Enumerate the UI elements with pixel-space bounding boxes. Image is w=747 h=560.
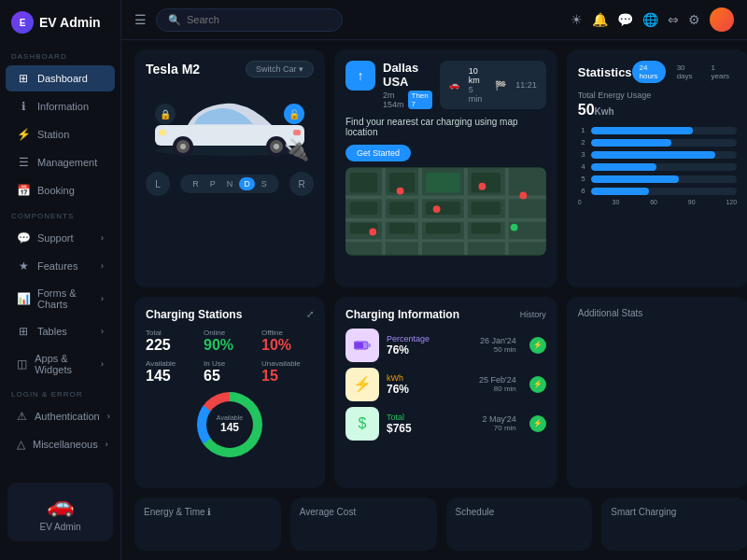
lock-icon[interactable]: 🔒 (155, 104, 176, 124)
car-title: Tesla M2 (146, 62, 200, 77)
sidebar-item-authentication[interactable]: ⚠ Authentication › (6, 403, 115, 429)
globe-icon[interactable]: 🌐 (642, 12, 658, 27)
charge-right-2: 2 May'24 70 min (483, 414, 516, 432)
energy-value: 50Kwh (578, 102, 737, 119)
x-axis: 0306090120 (578, 199, 737, 205)
charge-right-0: 26 Jan'24 50 min (480, 336, 516, 354)
unlock-icon[interactable]: 🔓 (284, 104, 304, 124)
charge-right-1: 25 Feb'24 80 min (479, 375, 516, 393)
bottom-cards: Energy & Time ℹ Average Cost Schedule Sm… (134, 497, 747, 551)
chat-icon[interactable]: 💬 (617, 12, 633, 27)
nav-arrow-icon: ↑ (345, 61, 375, 91)
sidebar-item-miscellaneous[interactable]: △ Miscellaneous › (6, 431, 115, 457)
svg-rect-28 (426, 223, 460, 234)
sidebar-item-forms-charts[interactable]: 📊 Forms & Charts › (6, 281, 115, 316)
charge-status-0: ⚡ (529, 337, 546, 354)
charging-info-card: Charging Information History Percentage … (334, 297, 557, 489)
nav-top: ↑ Dallas USA 2m 154m Then 7 🚗 10 km 5 mi… (345, 61, 546, 109)
sidebar-item-information[interactable]: ℹ Information (6, 93, 115, 119)
stats-tab-1y[interactable]: 1 years (704, 61, 738, 83)
arrow-icon: › (101, 327, 104, 336)
sidebar-management-label: Management (37, 157, 97, 168)
avatar[interactable] (710, 7, 734, 32)
stats-tabs: 24 hours 30 days 1 years (632, 61, 737, 83)
sidebar-item-station[interactable]: ⚡ Station (6, 121, 115, 147)
get-started-button[interactable]: Get Started (345, 145, 411, 161)
svg-point-32 (479, 183, 486, 190)
switch-car-button[interactable]: Switch Car ▾ (246, 61, 314, 77)
sidebar-item-booking[interactable]: 📅 Booking (6, 177, 115, 203)
bell-icon[interactable]: 🔔 (592, 12, 608, 27)
svg-rect-37 (368, 343, 371, 347)
expand-icon[interactable]: ⤢ (306, 309, 314, 319)
sidebar-item-apps-widgets[interactable]: ◫ Apps & Widgets › (6, 346, 115, 382)
sidebar-item-features[interactable]: ★ Features › (6, 253, 115, 279)
sidebar-item-management[interactable]: ☰ Management (6, 149, 115, 175)
car-illustration-icon: 🚗 (17, 492, 104, 518)
svg-point-34 (369, 229, 376, 236)
dollar-icon: $ (359, 415, 367, 432)
gear-selector: L R P N D S R (146, 172, 314, 196)
sidebar-item-support[interactable]: 💬 Support › (6, 225, 115, 251)
gear-r[interactable]: R (188, 177, 204, 190)
main-area: ☰ 🔍 ☀ 🔔 💬 🌐 ⇔ ⚙ Tesla M2 Switch Car ▾ 🔒 (121, 0, 747, 560)
gear-left-button[interactable]: L (146, 172, 170, 196)
bar-fill (591, 127, 693, 134)
logo-icon: E (11, 11, 34, 34)
svg-point-4 (180, 144, 186, 149)
energy-time-title: Energy & Time ℹ (144, 507, 272, 517)
smart-charging-title: Smart Charging (611, 507, 739, 517)
svg-rect-24 (426, 202, 460, 215)
gear-right-button[interactable]: R (289, 172, 314, 196)
search-input[interactable] (187, 14, 331, 25)
arrow-icon: › (101, 233, 104, 243)
history-link[interactable]: History (520, 310, 546, 319)
gear-d[interactable]: D (239, 177, 255, 190)
gear-n[interactable]: N (222, 177, 238, 190)
sidebar-miscellaneous-label: Miscellaneous (33, 439, 98, 450)
placeholder-label: Additional Stats (578, 308, 737, 318)
section-login-label: LOGIN & ERROR (0, 383, 120, 402)
nav-time-value: 2m 154m (383, 91, 404, 109)
authentication-icon: ⚠ (17, 410, 27, 423)
bar-fill (591, 175, 679, 183)
sliders-icon[interactable]: ⚙ (688, 12, 700, 27)
donut-label: Available (217, 414, 243, 421)
svg-rect-18 (350, 173, 377, 192)
charge-date-2: 2 May'24 (483, 414, 516, 424)
stat-online: Online 90% (204, 329, 256, 354)
gear-s[interactable]: S (257, 177, 272, 190)
charge-item-1: ⚡ kWh 76% 25 Feb'24 80 min ⚡ (345, 368, 546, 401)
bar-label: 1 (578, 126, 585, 134)
dollar-icon-box: $ (345, 407, 379, 441)
car-visual: 🔒 (146, 85, 314, 164)
svg-rect-22 (350, 202, 377, 215)
sidebar-item-tables[interactable]: ⊞ Tables › (6, 318, 115, 344)
x-axis-label: 120 (726, 199, 737, 205)
average-cost-card: Average Cost (290, 497, 437, 551)
nav-description: Find your nearest car charging using map… (345, 117, 546, 137)
search-bar[interactable]: 🔍 (156, 8, 343, 32)
stats-header: Statistics 24 hours 30 days 1 years (578, 61, 737, 83)
menu-icon[interactable]: ☰ (134, 12, 147, 27)
nav-route-km: 10 km (469, 66, 483, 85)
sidebar-features-label: Features (37, 260, 78, 272)
nav-route-time: 11:21 (515, 80, 537, 90)
sidebar-item-dashboard[interactable]: ⊞ Dashboard (6, 65, 115, 91)
resize-icon[interactable]: ⇔ (668, 12, 679, 27)
stats-tab-24h[interactable]: 24 hours (632, 61, 666, 83)
x-axis-label: 90 (688, 199, 696, 205)
sidebar-tables-label: Tables (37, 326, 67, 337)
energy-time-card: Energy & Time ℹ (134, 497, 281, 551)
gear-p[interactable]: P (205, 177, 220, 190)
nav-time: 2m 154m Then 7 (383, 91, 432, 109)
svg-rect-8 (159, 130, 166, 135)
sun-icon[interactable]: ☀ (571, 12, 583, 27)
bar-row: 4 (578, 162, 737, 171)
support-icon: 💬 (17, 231, 30, 245)
stats-row2-placeholder: Additional Stats (567, 297, 747, 489)
nav-route: 🚗 10 km 5 min 🏁 11:21 (440, 61, 546, 109)
bar-label: 4 (578, 162, 585, 171)
stats-tab-30d[interactable]: 30 days (669, 61, 700, 83)
section-components-label: COMPONENTS (0, 204, 120, 224)
